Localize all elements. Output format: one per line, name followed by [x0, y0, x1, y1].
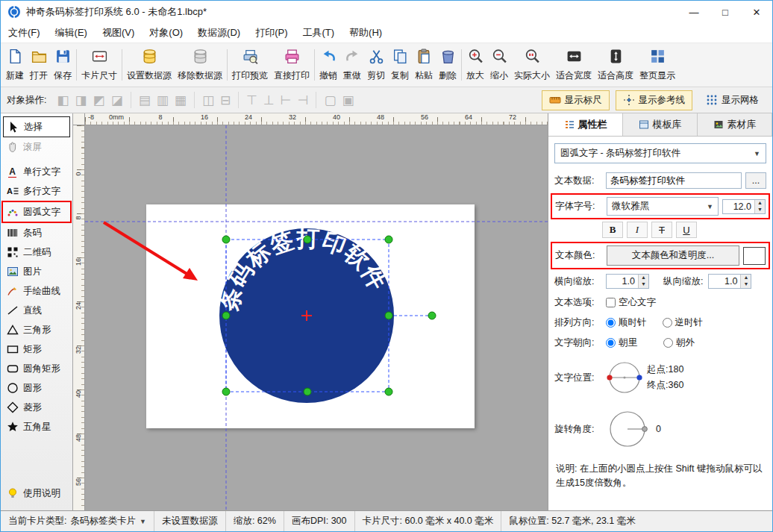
toolbar-open-button[interactable]: 打开 — [27, 45, 51, 85]
close-button[interactable]: ✕ — [741, 1, 772, 23]
clockwise-radio[interactable]: 顺时针 — [606, 316, 647, 329]
toolbar-copy-button[interactable]: 复制 — [388, 45, 412, 85]
help-button[interactable]: 使用说明 — [3, 484, 70, 503]
menu-tools[interactable]: 工具(T) — [295, 24, 342, 42]
tool-barcode[interactable]: 条码 — [3, 223, 70, 242]
canvas-viewport[interactable]: 条码标签打印软件 — [85, 125, 548, 510]
tool-qrcode[interactable]: 二维码 — [3, 242, 70, 262]
toolbar-paste-button[interactable]: 粘贴 — [412, 45, 436, 85]
show-guides-toggle[interactable]: 显示参考线 — [616, 90, 693, 110]
counterclockwise-radio-input[interactable] — [663, 318, 672, 328]
menu-edit[interactable]: 编辑(E) — [48, 24, 95, 42]
align-left-icon[interactable]: ▤ — [136, 94, 154, 107]
start-angle-dot[interactable] — [607, 375, 612, 380]
rotation-handle-dot[interactable] — [642, 427, 648, 432]
selection-handle-middle-right[interactable] — [385, 312, 392, 319]
text-data-more-button[interactable]: ... — [745, 172, 766, 189]
toolbar-new-button[interactable]: 新建 — [3, 45, 27, 85]
selection-handle-top-right[interactable] — [385, 236, 392, 243]
tab-templates[interactable]: 模板库 — [623, 113, 698, 136]
tool-pan[interactable]: 滚屏 — [3, 137, 70, 157]
toolbar-zoom-out-button[interactable]: 缩小 — [487, 45, 511, 85]
ungroup-icon[interactable]: ▣ — [339, 94, 357, 107]
tab-materials[interactable]: 素材库 — [698, 113, 772, 136]
toolbar-remove-datasource-button[interactable]: 移除数据源 — [175, 45, 225, 85]
arrow-up-icon[interactable]: ▲ — [741, 275, 751, 281]
underline-button[interactable]: U — [676, 222, 697, 238]
italic-button[interactable]: I — [627, 222, 648, 238]
selection-handle-top-left[interactable] — [222, 236, 230, 243]
selection-handle-top-center[interactable] — [304, 236, 311, 243]
horizontal-scale-stepper[interactable]: 1.0 ▲▼ — [606, 274, 649, 289]
vertical-scale-stepper[interactable]: 1.0 ▲▼ — [708, 274, 751, 289]
toolbar-whole-page-button[interactable]: 整页显示 — [636, 45, 678, 85]
arrow-up-icon[interactable]: ▲ — [755, 200, 765, 207]
toolbar-fit-width-button[interactable]: 适合宽度 — [553, 45, 595, 85]
selection-handle-bottom-left[interactable] — [222, 388, 230, 395]
font-size-stepper[interactable]: 12.0 ▲▼ — [722, 199, 766, 214]
mirror-vertical-icon[interactable]: ◨ — [72, 94, 90, 107]
inward-radio[interactable]: 朝里 — [606, 337, 637, 349]
align-bottom-icon[interactable]: ⊥ — [260, 94, 278, 107]
group-icon[interactable]: ▢ — [321, 94, 339, 107]
toolbar-undo-button[interactable]: 撤销 — [316, 45, 340, 85]
maximize-button[interactable]: □ — [710, 1, 741, 23]
end-angle-dot[interactable] — [636, 375, 642, 380]
toolbar-set-datasource-button[interactable]: 设置数据源 — [124, 45, 175, 85]
align-top-icon[interactable]: ⊤ — [243, 94, 260, 107]
menu-object[interactable]: 对象(O) — [142, 24, 190, 42]
counterclockwise-radio[interactable]: 逆时针 — [663, 316, 704, 329]
clockwise-radio-input[interactable] — [606, 318, 616, 328]
arrow-down-icon[interactable]: ▼ — [755, 207, 765, 213]
inward-radio-input[interactable] — [606, 338, 616, 348]
selection-handle-radius[interactable] — [428, 312, 436, 319]
bold-button[interactable]: B — [602, 222, 623, 238]
toolbar-print-preview-button[interactable]: 打印预览 — [229, 45, 271, 85]
same-height-icon[interactable]: ⊣ — [295, 94, 312, 107]
toolbar-cut-button[interactable]: 剪切 — [364, 45, 388, 85]
tool-circle[interactable]: 圆形 — [3, 378, 70, 398]
design-canvas[interactable]: -8 0mm 8 16 24 32 40 48 56 64 72 0 8 16 … — [73, 113, 548, 510]
strikethrough-button[interactable]: T — [651, 222, 672, 238]
menu-help[interactable]: 帮助(H) — [342, 24, 389, 42]
toolbar-save-button[interactable]: 保存 — [51, 45, 75, 85]
selection-handle-middle-left[interactable] — [222, 312, 230, 319]
selection-handle-bottom-right[interactable] — [385, 388, 392, 395]
arrow-up-icon[interactable]: ▲ — [639, 275, 648, 281]
outward-radio-input[interactable] — [663, 338, 673, 348]
show-grid-toggle[interactable]: 显示网格 — [698, 90, 766, 110]
object-selector-dropdown[interactable]: 圆弧文字 - 条码标签打印软件 ▼ — [554, 143, 766, 163]
card-type-selector[interactable]: 当前卡片类型: 条码标签类卡片 ▼ — [1, 511, 154, 531]
distribute-horizontal-icon[interactable]: ◫ — [199, 94, 217, 107]
selection-handle-bottom-center[interactable] — [304, 388, 311, 395]
tool-rectangle[interactable]: 矩形 — [3, 339, 70, 359]
toolbar-zoom-in-button[interactable]: 放大 — [463, 45, 487, 85]
tool-arc-text[interactable]: 圆弧文字 — [1, 201, 72, 223]
tool-line[interactable]: 直线 — [3, 301, 70, 320]
text-data-input[interactable] — [606, 172, 742, 189]
toolbar-card-size-button[interactable]: 卡片尺寸 — [78, 45, 120, 85]
text-color-button[interactable]: 文本颜色和透明度... — [607, 245, 739, 266]
menu-print[interactable]: 打印(P) — [248, 24, 295, 42]
stepper-arrows[interactable]: ▲▼ — [754, 200, 765, 213]
outward-radio[interactable]: 朝外 — [663, 337, 695, 349]
rotate-right-icon[interactable]: ◪ — [108, 94, 126, 107]
toolbar-direct-print-button[interactable]: 直接打印 — [271, 45, 313, 85]
menu-view[interactable]: 视图(V) — [95, 24, 142, 42]
tool-freehand-curve[interactable]: 手绘曲线 — [3, 281, 70, 301]
arrow-down-icon[interactable]: ▼ — [639, 281, 648, 288]
same-width-icon[interactable]: ⊢ — [278, 94, 295, 107]
tool-diamond[interactable]: 菱形 — [3, 398, 70, 417]
tool-star[interactable]: 五角星 — [3, 417, 70, 436]
hollow-text-checkbox[interactable]: 空心文字 — [606, 296, 656, 309]
align-center-icon[interactable]: ▥ — [154, 94, 172, 107]
color-swatch[interactable] — [743, 247, 766, 265]
toolbar-fit-height-button[interactable]: 适合高度 — [595, 45, 636, 85]
distribute-vertical-icon[interactable]: ⊟ — [217, 94, 234, 107]
minimize-button[interactable]: — — [678, 1, 710, 23]
tab-properties[interactable]: 属性栏 — [548, 113, 623, 136]
font-family-select[interactable]: 微软雅黑 ▼ — [607, 197, 719, 216]
hollow-text-checkbox-input[interactable] — [606, 298, 616, 307]
stepper-arrows[interactable]: ▲▼ — [740, 275, 751, 288]
toolbar-actual-size-button[interactable]: 实际大小 — [511, 45, 553, 85]
